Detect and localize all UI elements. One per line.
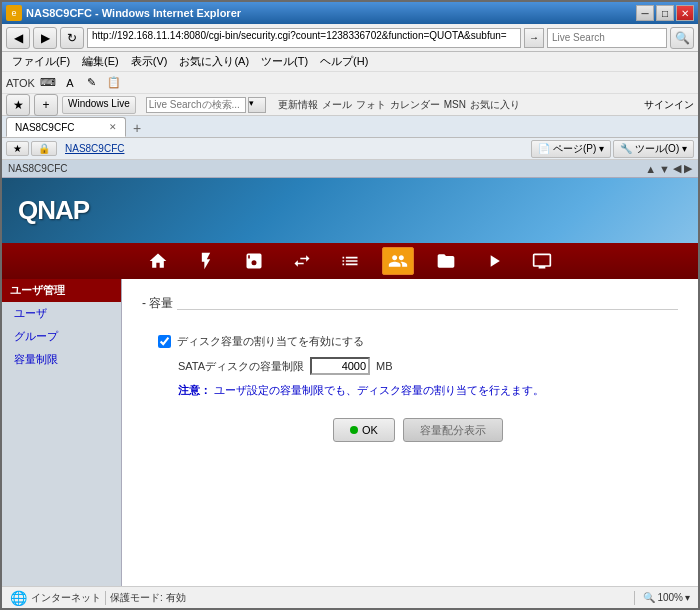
atok-btn-3[interactable]: ✎ [83,74,101,92]
quota-display-button[interactable]: 容量配分表示 [403,418,503,442]
zoom-level: 100% [657,592,683,603]
close-button[interactable]: ✕ [676,5,694,21]
security-icon-btn[interactable]: 🔒 [31,141,57,156]
nav-home-icon[interactable] [142,247,174,275]
live-search-input[interactable] [547,28,667,48]
refresh-button[interactable]: ↻ [60,27,84,49]
tab-nas[interactable]: NAS8C9CFC ✕ [6,117,126,137]
enable-quota-checkbox[interactable] [158,335,171,348]
internet-label: インターネット [31,591,101,605]
atok-btn-2[interactable]: A [61,74,79,92]
section-header: - 容量 [142,295,678,324]
status-left: 🌐 インターネット 保護モード: 有効 [10,590,186,606]
go-button[interactable]: → [524,28,544,48]
fav-link-msn[interactable]: MSN [444,99,466,110]
atok-label: ATOK [6,77,35,89]
qnap-logo: QNAP [18,195,89,226]
qnap-header: QNAP [2,178,698,243]
tab-nas-label: NAS8C9CFC [15,122,105,133]
favorites-bar: ★ + Windows Live ▾ 更新情報 メール フォト カレンダー MS… [2,94,698,116]
status-divider-1 [105,591,106,605]
notice-row: 注意： ユーザ設定の容量制限でも、ディスク容量の割り当てを行えます。 [158,383,678,398]
atok-toolbar: ATOK ⌨ A ✎ 📋 [2,72,698,94]
sidebar-item-quota[interactable]: 容量制限 [2,348,121,371]
address-field[interactable]: http://192.168.11.14:8080/cgi-bin/securi… [87,28,521,48]
fav-link-updates[interactable]: 更新情報 [278,98,318,112]
breadcrumb-forward-icon[interactable]: ▶ [684,162,692,175]
tab-close-icon[interactable]: ✕ [109,122,117,132]
nav-user-icon[interactable] [382,247,414,275]
title-bar: e NAS8C9CFC - Windows Internet Explorer … [2,2,698,24]
sidebar-item-group[interactable]: グループ [2,325,121,348]
notice-content: ユーザ設定の容量制限でも、ディスク容量の割り当てを行えます。 [214,384,544,396]
menu-tools[interactable]: ツール(T) [255,53,314,70]
breadcrumb: NAS8C9CFC [8,163,67,174]
sign-in-button[interactable]: サインイン [644,98,694,112]
tab-bar: NAS8C9CFC ✕ + [2,116,698,138]
favorites-chrome-btn[interactable]: ★ [6,141,29,156]
chrome-right: 📄 ページ(P) ▾ 🔧 ツール(O) ▾ [531,140,694,158]
maximize-button[interactable]: □ [656,5,674,21]
internet-globe-icon: 🌐 [10,590,27,606]
breadcrumb-down-icon[interactable]: ▼ [659,163,670,175]
minimize-button[interactable]: ─ [636,5,654,21]
fav-link-mail[interactable]: メール [322,98,352,112]
favorites-star-icon[interactable]: ★ [6,94,30,116]
quota-section-title: - 容量 [142,295,173,312]
add-favorite-icon[interactable]: + [34,94,58,116]
back-button[interactable]: ◀ [6,27,30,49]
menu-bar: ファイル(F) 編集(E) 表示(V) お気に入り(A) ツール(T) ヘルプ(… [2,52,698,72]
menu-view[interactable]: 表示(V) [125,53,174,70]
sidebar-item-user[interactable]: ユーザ [2,302,121,325]
tab-add-button[interactable]: + [128,119,146,137]
atok-btn-4[interactable]: 📋 [105,74,123,92]
main-panel: - 容量 ディスク容量の割り当てを有効にする SATAディスクの容量制限 MB [122,279,698,586]
live-search-bar: ▾ [146,97,266,113]
nav-disk-icon[interactable] [238,247,270,275]
menu-favorites[interactable]: お気に入り(A) [173,53,255,70]
nav-play-icon[interactable] [478,247,510,275]
nav-monitor-icon[interactable] [526,247,558,275]
quota-content: ディスク容量の割り当てを有効にする SATAディスクの容量制限 MB 注意： ユ… [142,334,678,442]
browser-chrome-toolbar: ★ 🔒 NAS8C9CFC 📄 ページ(P) ▾ 🔧 ツール(O) ▾ [2,138,698,160]
atok-btn-1[interactable]: ⌨ [39,74,57,92]
zoom-section: 🔍 100% ▾ [643,592,690,603]
sidebar-title: ユーザ管理 [2,279,121,302]
fav-link-calendar[interactable]: カレンダー [390,98,440,112]
menu-edit[interactable]: 編集(E) [76,53,125,70]
forward-button[interactable]: ▶ [33,27,57,49]
section-divider [177,309,678,310]
fav-link-favorites[interactable]: お気に入り [470,98,520,112]
notice-prefix: 注意： [178,384,211,396]
title-bar-left: e NAS8C9CFC - Windows Internet Explorer [6,5,241,21]
live-search-bar-input[interactable] [146,97,246,113]
menu-help[interactable]: ヘルプ(H) [314,53,374,70]
nav-network-icon[interactable] [286,247,318,275]
search-icon[interactable]: 🔍 [670,27,694,49]
main-content: QNAP [2,178,698,586]
breadcrumb-bar: NAS8C9CFC ▲ ▼ ◀ ▶ [2,160,698,178]
ie-icon: e [6,5,22,21]
breadcrumb-back-icon[interactable]: ◀ [673,162,681,175]
disk-quota-input[interactable] [310,357,370,375]
nav-folder-icon[interactable] [430,247,462,275]
page-button[interactable]: 📄 ページ(P) ▾ [531,140,611,158]
menu-file[interactable]: ファイル(F) [6,53,76,70]
nav-list-icon[interactable] [334,247,366,275]
fav-link-photo[interactable]: フォト [356,98,386,112]
tools-button[interactable]: 🔧 ツール(O) ▾ [613,140,694,158]
breadcrumb-up-icon[interactable]: ▲ [645,163,656,175]
nav-bolt-icon[interactable] [190,247,222,275]
ok-button[interactable]: OK [333,418,395,442]
windows-live-button[interactable]: Windows Live [62,96,136,114]
protection-label: 保護モード: 有効 [110,591,186,605]
enable-quota-label: ディスク容量の割り当てを有効にする [177,334,364,349]
ie-window: e NAS8C9CFC - Windows Internet Explorer … [0,0,700,610]
ok-dot-icon [350,426,358,434]
fav-links: 更新情報 メール フォト カレンダー MSN お気に入り [278,98,520,112]
live-search-bar-btn[interactable]: ▾ [248,97,266,113]
disk-unit-label: MB [376,360,393,372]
qnap-logo-text: QNAP [18,195,89,225]
address-bar: ◀ ▶ ↻ http://192.168.11.14:8080/cgi-bin/… [2,24,698,52]
zoom-chevron-icon[interactable]: ▾ [685,592,690,603]
